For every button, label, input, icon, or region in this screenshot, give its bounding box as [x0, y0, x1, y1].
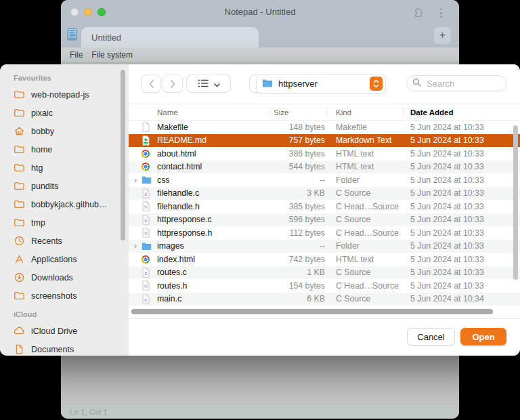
- folder-stepper-icon: [370, 77, 383, 91]
- blank-file-icon: [139, 122, 157, 132]
- file-kind: C Source: [326, 188, 402, 198]
- current-folder-dropdown[interactable]: httpserver: [256, 74, 386, 93]
- tab-untitled[interactable]: Untitled: [81, 27, 259, 47]
- file-kind: C Source: [326, 268, 402, 277]
- file-row-filehandle-h[interactable]: hfilehandle.h385 bytesC Head…Source5 Jun…: [129, 200, 520, 213]
- horizontal-scrollbar[interactable]: [131, 309, 493, 314]
- folder-icon: [14, 198, 25, 210]
- sidebar-item-home[interactable]: home: [0, 140, 129, 159]
- file-row-contact-html[interactable]: contact.html544 bytesHTML text5 Jun 2024…: [129, 161, 520, 174]
- file-name: main.c: [157, 294, 269, 303]
- html-file-icon: [139, 150, 157, 158]
- search-field[interactable]: [406, 75, 506, 91]
- applications-icon: [14, 253, 25, 265]
- file-kind: C Source: [326, 215, 402, 224]
- back-button[interactable]: [141, 75, 161, 93]
- search-input[interactable]: [425, 78, 500, 89]
- svg-text:c: c: [145, 191, 148, 197]
- sidebar-item-tmp[interactable]: tmp: [0, 213, 129, 232]
- file-row-css[interactable]: ›css--Folder5 Jun 2024 at 10:33: [129, 173, 520, 187]
- sidebar-item-htg[interactable]: htg: [0, 159, 129, 177]
- disclosure-chevron-icon[interactable]: ›: [131, 242, 139, 250]
- current-folder-label: httpserver: [278, 79, 364, 89]
- sidebar-item-label: htg: [31, 163, 43, 173]
- file-row-makefile[interactable]: Makefile148 bytesMakefile5 Jun 2024 at 1…: [129, 121, 520, 134]
- menu-file-system[interactable]: File system: [91, 50, 133, 60]
- status-bar: Ln 1, Col 1: [61, 404, 459, 419]
- disclosure-chevron-icon[interactable]: ›: [131, 176, 139, 184]
- file-row-readme-md[interactable]: README.md757 bytesMarkdown Text5 Jun 202…: [129, 134, 520, 148]
- file-kind: Makefile: [326, 123, 402, 132]
- column-header-kind[interactable]: Kind: [326, 108, 402, 117]
- sidebar-item-applications[interactable]: Applications: [0, 250, 129, 268]
- file-date-added: 5 Jun 2024 at 10:33: [402, 268, 513, 277]
- folder-blue-icon: [262, 78, 273, 90]
- sidebar-item-icloud-drive[interactable]: iCloud Drive: [0, 322, 129, 340]
- svg-text:h: h: [144, 204, 147, 210]
- folder-icon: [14, 89, 25, 100]
- column-header-date-added[interactable]: Date Added: [402, 108, 513, 117]
- sidebar-item-label: bobby: [31, 127, 54, 136]
- sidebar-item-label: home: [31, 145, 52, 154]
- column-header-size[interactable]: Size: [269, 108, 326, 117]
- c-source-file-icon: c: [139, 268, 157, 278]
- file-row-httpresponse-h[interactable]: hhttpresponse.h112 bytesC Head…Source5 J…: [129, 226, 520, 240]
- open-button[interactable]: Open: [460, 328, 506, 345]
- new-tab-button[interactable]: +: [434, 27, 451, 44]
- file-row-about-html[interactable]: about.html386 bytesHTML text5 Jun 2024 a…: [129, 147, 520, 161]
- menubar: File File system: [61, 47, 459, 62]
- c-source-file-icon: c: [139, 294, 157, 304]
- column-divider: [404, 108, 404, 117]
- file-date-added: 5 Jun 2024 at 10:33: [402, 281, 513, 291]
- svg-text:h: h: [144, 230, 147, 236]
- cloud-icon: [14, 325, 25, 337]
- file-date-added: 5 Jun 2024 at 10:33: [402, 175, 513, 185]
- sidebar-item-pundits[interactable]: pundits: [0, 177, 129, 195]
- file-kind: HTML text: [326, 162, 402, 171]
- file-date-added: 5 Jun 2024 at 10:33: [402, 215, 513, 224]
- file-row-filehandle-c[interactable]: cfilehandle.c3 KBC Source5 Jun 2024 at 1…: [129, 187, 520, 201]
- file-kind: Markdown Text: [326, 135, 402, 145]
- list-view-icon: [198, 78, 209, 90]
- sidebar-item-label: pundits: [31, 182, 58, 191]
- sidebar-item-screenshots[interactable]: screenshots: [0, 287, 129, 305]
- file-name: routes.h: [157, 281, 269, 291]
- sidebar-item-recents[interactable]: Recents: [0, 232, 129, 250]
- file-name: filehandle.c: [157, 188, 269, 198]
- file-date-added: 5 Jun 2024 at 10:33: [402, 255, 513, 264]
- file-row-httpresponse-c[interactable]: chttpresponse.c596 bytesC Source5 Jun 20…: [129, 213, 520, 227]
- kebab-menu-icon[interactable]: [435, 7, 447, 18]
- sidebar-item-bobbykjack-github[interactable]: bobbykjack.github…: [0, 195, 129, 213]
- file-date-added: 5 Jun 2024 at 10:33: [402, 135, 513, 145]
- sidebar-item-web-notepad-js[interactable]: web-notepad-js: [0, 85, 129, 104]
- list-view-dropdown[interactable]: [186, 75, 231, 93]
- sidebar-scrollbar[interactable]: [121, 70, 125, 240]
- sidebar-section-header: Favourites: [14, 74, 129, 82]
- extensions-icon[interactable]: [412, 7, 424, 18]
- file-row-main-c[interactable]: cmain.c6 KBC Source5 Jun 2024 at 10:34: [129, 293, 520, 306]
- c-header-file-icon: h: [139, 228, 157, 238]
- file-row-routes-c[interactable]: croutes.c1 KBC Source5 Jun 2024 at 10:33: [129, 266, 520, 280]
- tab-label: Untitled: [91, 33, 121, 43]
- vertical-scrollbar[interactable]: [513, 125, 518, 280]
- download-icon: [14, 272, 25, 283]
- column-header-name[interactable]: Name: [131, 108, 269, 117]
- file-size: 757 bytes: [269, 135, 326, 145]
- sidebar-item-label: bobbykjack.github…: [31, 200, 108, 209]
- menu-file[interactable]: File: [70, 50, 83, 60]
- sidebar-item-downloads[interactable]: Downloads: [0, 268, 129, 287]
- sidebar-item-bobby[interactable]: bobby: [0, 122, 129, 140]
- sidebar-item-label: Downloads: [31, 273, 73, 282]
- sidebar-section-header: iCloud: [14, 310, 129, 318]
- file-row-index-html[interactable]: index.html742 bytesHTML text5 Jun 2024 a…: [129, 253, 520, 266]
- column-divider: [326, 108, 327, 117]
- file-size: 6 KB: [269, 294, 326, 303]
- file-name: Makefile: [157, 123, 269, 132]
- sidebar-item-documents[interactable]: Documents: [0, 340, 129, 356]
- forward-button[interactable]: [162, 75, 183, 93]
- sidebar-item-pixaic[interactable]: pixaic: [0, 104, 129, 122]
- file-row-images[interactable]: ›images--Folder5 Jun 2024 at 10:33: [129, 240, 520, 253]
- window-chrome: Notepad - Untitled Untitled +: [61, 0, 459, 47]
- cancel-button[interactable]: Cancel: [407, 328, 455, 345]
- file-row-routes-h[interactable]: hroutes.h154 bytesC Head…Source5 Jun 202…: [129, 279, 520, 293]
